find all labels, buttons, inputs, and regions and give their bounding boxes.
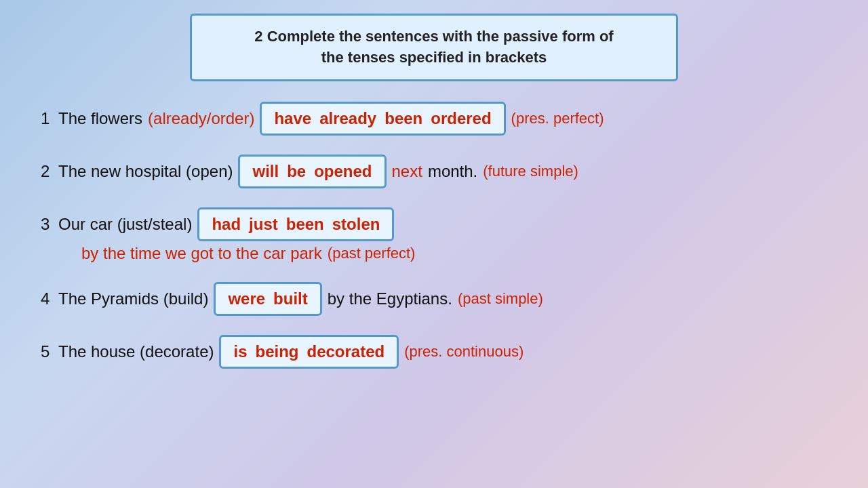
s1-word2: already — [319, 109, 376, 128]
sentence-2: 2 The new hospital (open) will be opened… — [41, 155, 841, 188]
s1-answer-box: have already been ordered — [260, 102, 505, 136]
s4-answer-box: were built — [214, 282, 321, 316]
s1-prefix: The flowers — [58, 109, 142, 128]
sentence-3: 3 Our car (just/steal) had just been sto… — [41, 207, 841, 263]
s2-answer-box: will be opened — [238, 155, 386, 188]
s5-answer-box: is being decorated — [219, 335, 399, 369]
title-line2: the tenses specified in brackets — [321, 49, 547, 66]
s2-tense: (future simple) — [483, 163, 578, 180]
s2-word3: opened — [314, 162, 372, 181]
s1-number: 1 — [41, 109, 53, 128]
s2-suffix: month. — [428, 162, 477, 181]
sentence-5-main: 5 The house (decorate) is being decorate… — [41, 335, 841, 369]
s4-number: 4 — [41, 289, 53, 308]
sentence-1-main: 1 The flowers (already/order) have alrea… — [41, 102, 841, 136]
s3-word3: been — [286, 215, 324, 234]
sentence-4: 4 The Pyramids (build) were built by the… — [41, 282, 841, 316]
s2-number: 2 — [41, 162, 53, 181]
s1-tense: (pres. perfect) — [511, 110, 604, 127]
s5-word3: decorated — [307, 342, 384, 361]
s2-word2: be — [287, 162, 306, 181]
s1-bracket: (already/order) — [148, 109, 254, 128]
s1-word3: been — [384, 109, 422, 128]
s4-prefix: The Pyramids (build) — [58, 289, 208, 308]
title-text: 2 Complete the sentences with the passiv… — [212, 26, 656, 68]
s4-suffix: by the Egyptians. — [328, 289, 452, 308]
sentence-1: 1 The flowers (already/order) have alrea… — [41, 102, 841, 136]
s4-word2: built — [273, 289, 308, 308]
s5-number: 5 — [41, 342, 53, 361]
s2-next: next — [392, 162, 422, 181]
sentence-3-main: 3 Our car (just/steal) had just been sto… — [41, 207, 841, 241]
s3-prefix: Our car (just/steal) — [58, 215, 192, 234]
sentences-area: 1 The flowers (already/order) have alrea… — [27, 102, 841, 369]
title-box: 2 Complete the sentences with the passiv… — [190, 14, 678, 81]
s4-tense: (past simple) — [458, 290, 543, 308]
s2-word1: will — [252, 162, 279, 181]
page-container: 2 Complete the sentences with the passiv… — [0, 0, 868, 488]
s5-prefix: The house (decorate) — [58, 342, 214, 361]
s3-number: 3 — [41, 215, 53, 234]
s2-prefix: The new hospital (open) — [58, 162, 233, 181]
s3-tense: (past perfect) — [328, 245, 416, 262]
sentence-5: 5 The house (decorate) is being decorate… — [41, 335, 841, 369]
sentence-3-second: by the time we got to the car park (past… — [41, 244, 841, 263]
s3-answer-box: had just been stolen — [197, 207, 394, 241]
s4-word1: were — [228, 289, 265, 308]
s3-word1: had — [212, 215, 241, 234]
s1-word4: ordered — [431, 109, 491, 128]
s5-tense: (pres. continuous) — [404, 343, 524, 361]
sentence-4-main: 4 The Pyramids (build) were built by the… — [41, 282, 841, 316]
s5-word2: being — [255, 342, 298, 361]
s1-word1: have — [274, 109, 311, 128]
s3-extra: by the time we got to the car park — [81, 244, 322, 263]
title-line1: 2 Complete the sentences with the passiv… — [254, 28, 613, 45]
s3-word2: just — [249, 215, 278, 234]
s5-word1: is — [233, 342, 247, 361]
s3-word4: stolen — [332, 215, 380, 234]
sentence-2-main: 2 The new hospital (open) will be opened… — [41, 155, 841, 188]
